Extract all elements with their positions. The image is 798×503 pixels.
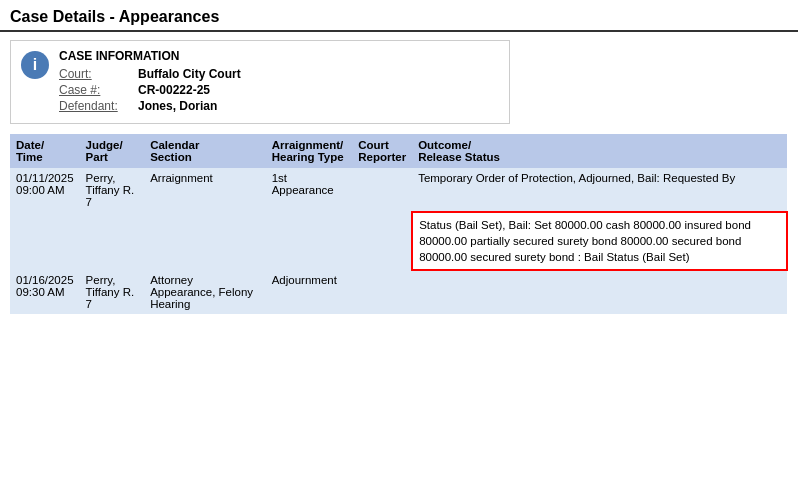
row2-datetime: 01/16/202509:30 AM bbox=[10, 270, 80, 314]
page-header: Case Details - Appearances bbox=[0, 0, 798, 32]
row2-calendar: Attorney Appearance, Felony Hearing bbox=[144, 270, 266, 314]
row1-calendar: Arraignment bbox=[144, 168, 266, 212]
page-title: Case Details - Appearances bbox=[10, 8, 219, 25]
table-header-row: Date/ Time Judge/ Part Calendar Section … bbox=[10, 134, 787, 168]
row2-judge: Perry, Tiffany R.7 bbox=[80, 270, 145, 314]
row2-hearing: Adjournment bbox=[266, 270, 353, 314]
row1b-datetime bbox=[10, 212, 80, 270]
appearances-table: Date/ Time Judge/ Part Calendar Section … bbox=[10, 134, 788, 314]
col-header-calendar: Calendar Section bbox=[144, 134, 266, 168]
row2-reporter bbox=[352, 270, 412, 314]
col-header-datetime: Date/ Time bbox=[10, 134, 80, 168]
col-header-judge: Judge/ Part bbox=[80, 134, 145, 168]
row2-outcome bbox=[412, 270, 787, 314]
row1b-hearing bbox=[266, 212, 353, 270]
case-value: CR-00222-25 bbox=[138, 83, 210, 97]
table-row-1a: 01/11/202509:00 AM Perry, Tiffany R.7 Ar… bbox=[10, 168, 787, 212]
case-label: Case #: bbox=[59, 83, 134, 97]
defendant-value: Jones, Dorian bbox=[138, 99, 217, 113]
col-header-outcome: Outcome/ Release Status bbox=[412, 134, 787, 168]
table-row-2: 01/16/202509:30 AM Perry, Tiffany R.7 At… bbox=[10, 270, 787, 314]
case-info-defendant-row: Defendant: Jones, Dorian bbox=[59, 99, 241, 113]
case-info-case-row: Case #: CR-00222-25 bbox=[59, 83, 241, 97]
row1-reporter bbox=[352, 168, 412, 212]
case-info-content: CASE INFORMATION Court: Buffalo City Cou… bbox=[59, 49, 241, 115]
court-value: Buffalo City Court bbox=[138, 67, 241, 81]
row1b-bail-status: Status (Bail Set), Bail: Set 80000.00 ca… bbox=[412, 212, 787, 270]
case-info-court-row: Court: Buffalo City Court bbox=[59, 67, 241, 81]
row1-datetime: 01/11/202509:00 AM bbox=[10, 168, 80, 212]
info-icon: i bbox=[21, 51, 49, 79]
col-header-hearing: Arraignment/ Hearing Type bbox=[266, 134, 353, 168]
row1-judge: Perry, Tiffany R.7 bbox=[80, 168, 145, 212]
row1-hearing: 1st Appearance bbox=[266, 168, 353, 212]
defendant-label: Defendant: bbox=[59, 99, 134, 113]
row1-outcome: Temporary Order of Protection, Adjourned… bbox=[412, 168, 787, 212]
court-label: Court: bbox=[59, 67, 134, 81]
col-header-reporter: Court Reporter bbox=[352, 134, 412, 168]
row1b-judge bbox=[80, 212, 145, 270]
case-info-box: i CASE INFORMATION Court: Buffalo City C… bbox=[10, 40, 510, 124]
row1b-reporter bbox=[352, 212, 412, 270]
case-info-title: CASE INFORMATION bbox=[59, 49, 241, 63]
row1b-calendar bbox=[144, 212, 266, 270]
table-row-1b: Status (Bail Set), Bail: Set 80000.00 ca… bbox=[10, 212, 787, 270]
